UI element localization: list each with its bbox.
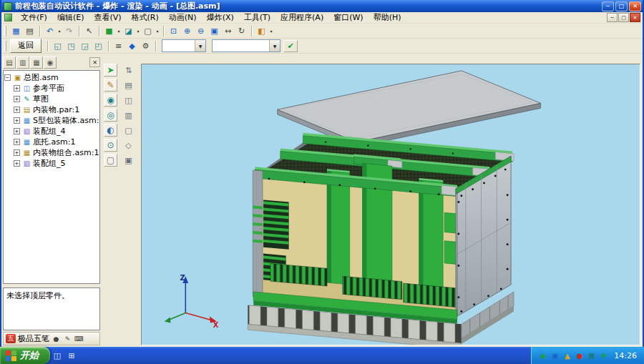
menu-help[interactable]: 帮助(H) [369, 11, 406, 24]
ime-logo-icon[interactable]: 五 [6, 334, 16, 343]
visible-edges-view-icon[interactable]: ◪ [122, 25, 135, 37]
tree-row[interactable]: + ▦ 底托.asm:1 [4, 137, 99, 147]
wireframe-view-icon[interactable]: ▢ [141, 25, 155, 37]
tray-antivirus-icon[interactable]: ▲ [562, 351, 572, 360]
tree-item-label[interactable]: 草图 [33, 94, 49, 104]
orbit-tool-icon[interactable]: ◎ [104, 109, 117, 122]
shaded-view-icon[interactable]: ■ [102, 25, 116, 37]
start-button[interactable]: 开始 [0, 347, 50, 364]
alternate-tab-icon[interactable]: ▦ [30, 56, 43, 69]
child-minimize-button[interactable]: ─ [607, 13, 618, 22]
tree-row[interactable]: + ✎ 草图 [4, 94, 99, 104]
expand-box-icon[interactable]: + [14, 117, 20, 124]
redo-icon[interactable]: ↷ [62, 25, 76, 37]
ime-keyboard-icon[interactable]: ⌨ [74, 334, 84, 343]
combo-arrow-icon[interactable]: ▼ [269, 40, 280, 51]
rotate-view-icon[interactable]: ↻ [235, 25, 248, 37]
explode-options-icon[interactable]: ⚙ [139, 40, 152, 52]
solid-display-tool-icon[interactable]: ▣ [122, 154, 135, 167]
window-tool-icon[interactable]: ◫ [122, 94, 135, 107]
tree-item-label[interactable]: 底托.asm:1 [33, 137, 75, 147]
fit-view-icon[interactable]: ▣ [208, 25, 221, 37]
sensors-tab-icon[interactable]: ◉ [44, 56, 57, 69]
expand-box-icon[interactable]: + [14, 85, 20, 92]
wireframe-dropdown-icon[interactable]: ▾ [155, 29, 160, 34]
reorder-tool-icon[interactable]: ⇅ [122, 64, 135, 77]
tree-item-label[interactable]: 总图.asm [24, 72, 59, 83]
expand-box-icon[interactable]: + [14, 107, 20, 113]
tree-row[interactable]: + ▤ 内装物.par:1 [4, 104, 99, 115]
expand-box-icon[interactable]: + [14, 128, 20, 134]
combo-arrow-icon[interactable]: ▼ [195, 40, 205, 51]
close-button[interactable]: ✕ [629, 1, 641, 11]
tree-row[interactable]: − ▣ 总图.asm [4, 72, 99, 83]
toolbar-grip[interactable] [4, 26, 6, 36]
print-icon[interactable]: ▤ [23, 25, 36, 37]
expand-box-icon[interactable]: − [4, 74, 11, 81]
ime-mode-icon[interactable]: ● [52, 334, 61, 343]
tree-row[interactable]: + ▧ 装配组_5 [4, 158, 99, 169]
menu-animation[interactable]: 动画(N) [164, 11, 202, 24]
collapse-explode-icon[interactable]: ◰ [92, 40, 105, 52]
named-views-dropdown-icon[interactable]: ▾ [268, 29, 274, 34]
tray-im-icon[interactable]: ■ [587, 351, 596, 360]
named-views-icon[interactable]: ◧ [255, 25, 268, 37]
tree-row[interactable]: + ▧ 装配组_4 [4, 126, 99, 137]
ime-indicator-icon[interactable]: ⊞ [66, 350, 77, 361]
toolbar-grip[interactable] [4, 41, 6, 51]
tray-update-icon[interactable]: ● [575, 351, 584, 360]
tree-row[interactable]: + ▦ S型包装箱体.asm:1 [4, 115, 99, 126]
expand-box-icon[interactable]: + [14, 160, 20, 167]
zoom-out-icon[interactable]: ⊖ [194, 25, 208, 37]
3d-model-canvas[interactable]: Z X [142, 64, 640, 345]
menu-view[interactable]: 查看(V) [89, 11, 126, 24]
menu-explode[interactable]: 爆炸(X) [202, 11, 239, 24]
tree-row[interactable]: + ▦ 内装物组合.asm:1 [4, 147, 99, 158]
shaded-tool-icon[interactable]: ◉ [104, 94, 117, 107]
measure-tool-icon[interactable]: ⊙ [104, 139, 117, 152]
tree-item-label[interactable]: 内装物组合.asm:1 [33, 147, 99, 158]
shaded-view-dropdown-icon[interactable]: ▾ [116, 29, 122, 34]
crate-model[interactable] [253, 133, 514, 324]
frame-tool-icon[interactable]: ▢ [122, 124, 135, 137]
menu-file[interactable]: 文件(F) [16, 11, 52, 24]
pathfinder-tab-icon[interactable]: ▤ [3, 56, 16, 69]
apply-button[interactable]: ✔ [283, 40, 298, 52]
options-tool-icon[interactable]: ▢ [104, 154, 117, 167]
explode-component-icon[interactable]: ◲ [78, 40, 92, 52]
grid-tool-icon[interactable]: ▥ [122, 109, 135, 122]
flow-lines-icon[interactable]: ≡ [112, 40, 125, 52]
undo-icon[interactable]: ↶ [43, 25, 57, 37]
menu-tools[interactable]: 工具(T) [239, 11, 275, 24]
pan-icon[interactable]: ↔ [221, 25, 235, 37]
animation-select-combo[interactable]: ▼ [212, 39, 280, 52]
undo-dropdown-icon[interactable]: ▾ [57, 29, 62, 34]
clock[interactable]: 14:26 [614, 351, 637, 360]
sketch-tool-icon[interactable]: ✎ [104, 79, 117, 92]
auto-explode-icon[interactable]: ◳ [64, 40, 78, 52]
expand-box-icon[interactable]: + [14, 96, 20, 102]
minimize-button[interactable]: ─ [602, 1, 614, 11]
zoom-in-icon[interactable]: ⊕ [180, 25, 194, 37]
maximize-button[interactable]: □ [615, 1, 628, 11]
tree-item-label[interactable]: 参考平面 [33, 83, 64, 94]
parts-list-tool-icon[interactable]: ▤ [122, 79, 135, 92]
tree-item-label[interactable]: 内装物.par:1 [33, 104, 79, 115]
select-icon[interactable]: ↖ [82, 25, 96, 37]
select-tool-icon[interactable]: ➤ [104, 64, 117, 77]
menu-applications[interactable]: 应用程序(A) [275, 11, 328, 24]
model-viewport[interactable]: Z X [141, 64, 640, 345]
library-tab-icon[interactable]: ▥ [16, 56, 29, 69]
unexplode-icon[interactable]: ◱ [51, 40, 64, 52]
ime-pen-icon[interactable]: ✎ [63, 334, 72, 343]
edgebar-close-icon[interactable]: ✕ [89, 57, 100, 67]
document-icon[interactable] [4, 14, 12, 21]
reposition-part-icon[interactable]: ◆ [125, 40, 139, 52]
menu-edit[interactable]: 编辑(E) [52, 11, 89, 24]
tree-item-label[interactable]: 装配组_4 [33, 126, 66, 137]
menu-format[interactable]: 格式(R) [127, 11, 164, 24]
return-button[interactable]: 返回 [10, 39, 42, 53]
child-close-button[interactable]: ✕ [630, 13, 640, 22]
camera-tool-icon[interactable]: ◐ [104, 124, 117, 137]
expand-box-icon[interactable]: + [14, 139, 20, 145]
